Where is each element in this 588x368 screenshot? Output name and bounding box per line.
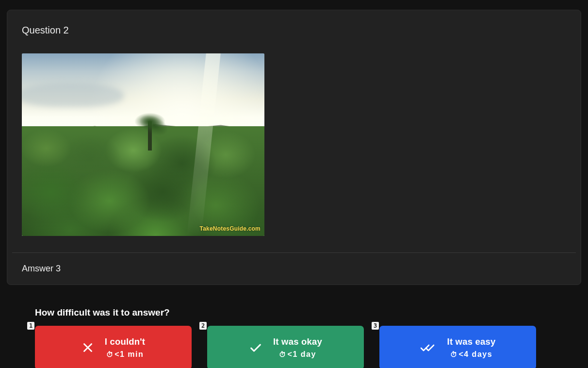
divider — [12, 252, 576, 253]
answer-text: Amswer 3 — [22, 264, 566, 274]
clock-icon: ⏱ — [279, 351, 287, 358]
difficulty-label: I couldn't — [105, 336, 145, 347]
check-icon — [249, 341, 262, 354]
double-check-icon — [420, 341, 437, 354]
difficulty-time: ⏱ <4 days — [450, 350, 492, 359]
difficulty-prompt: How difficult was it to answer? — [35, 307, 553, 318]
difficulty-option-easy-wrap: 3 It was easy ⏱ <4 days — [379, 326, 536, 368]
difficulty-button-okay[interactable]: It was okay ⏱ <1 day — [207, 326, 364, 368]
difficulty-button-easy[interactable]: It was easy ⏱ <4 days — [379, 326, 536, 368]
question-title: Question 2 — [22, 25, 566, 36]
cross-icon — [82, 341, 94, 354]
image-watermark: TakeNotesGuide.com — [200, 225, 261, 232]
hotkey-badge: 3 — [372, 322, 379, 330]
question-image: TakeNotesGuide.com — [22, 53, 264, 236]
hotkey-badge: 2 — [199, 322, 207, 330]
difficulty-label: It was easy — [447, 336, 496, 347]
difficulty-buttons: 1 I couldn't ⏱ <1 min 2 — [35, 326, 553, 368]
difficulty-option-couldnt-wrap: 1 I couldn't ⏱ <1 min — [35, 326, 192, 368]
difficulty-label: It was okay — [273, 336, 322, 347]
hotkey-badge: 1 — [27, 322, 34, 330]
difficulty-button-couldnt[interactable]: I couldn't ⏱ <1 min — [35, 326, 192, 368]
clock-icon: ⏱ — [450, 351, 458, 358]
clock-icon: ⏱ — [106, 351, 114, 358]
difficulty-time: ⏱ <1 min — [106, 350, 144, 359]
difficulty-time: ⏱ <1 day — [279, 350, 316, 359]
flashcard-card: Question 2 TakeNotesGuide.com Amswer 3 — [7, 10, 581, 285]
difficulty-option-okay-wrap: 2 It was okay ⏱ <1 day — [207, 326, 364, 368]
difficulty-footer: How difficult was it to answer? 1 I coul… — [0, 307, 588, 368]
